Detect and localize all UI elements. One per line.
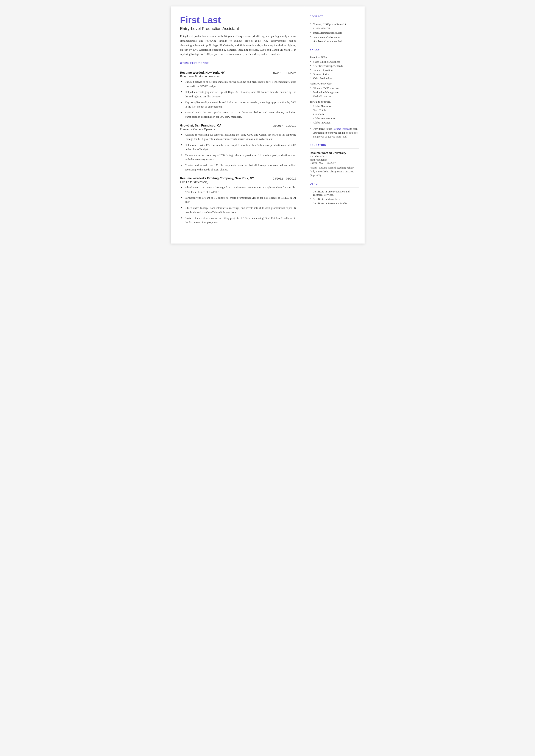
job-header-1: Resume Worded, New York, NY 07/2019 – Pr… <box>180 71 296 74</box>
other-list: Certificate in Live Production and Techn… <box>310 190 359 205</box>
technical-skills-label: Technical SKills: <box>310 56 359 59</box>
bullet-1-1: Ensured activities on set ran smoothly d… <box>180 80 296 88</box>
other-cert-1: Certificate in Live Production and Techn… <box>310 190 359 197</box>
skills-note: Don't forget to use Resume Worded to sca… <box>310 127 359 139</box>
edu-school: Resume Worded University <box>310 151 359 154</box>
skills-divider <box>310 53 359 53</box>
skill-photoshop: Adobe Photoshop <box>310 105 359 108</box>
bullet-2-1: Assisted in operating 12 cameras, includ… <box>180 132 296 141</box>
job-header-3: Resume Worded's Exciting Company, New Yo… <box>180 177 296 180</box>
contact-email: email@resumeworded.com <box>310 31 359 35</box>
other-heading: OTHER <box>310 182 359 185</box>
skill-media-production: Media Production <box>310 95 359 98</box>
work-divider <box>180 68 296 68</box>
resume-container: First Last Entry-Level Production Assist… <box>171 7 365 243</box>
skills-heading: SKILLS <box>310 48 359 51</box>
bullet-1-4: Assisted with the set up/take down of 1.… <box>180 110 296 119</box>
job-role-3: Film Editor (Internship) <box>180 181 296 183</box>
bullet-2-4: Created and edited over 150 film segment… <box>180 163 296 172</box>
skill-final-cut-pro: Final Cut Pro <box>310 109 359 112</box>
other-cert-3: Certificate in Screen and Media. <box>310 202 359 205</box>
tools-list: Adobe Photoshop Final Cut Pro AutoCAD Ad… <box>310 105 359 124</box>
job-company-3: Resume Worded's Exciting Company, New Yo… <box>180 177 254 180</box>
bullet-3-4: Assisted the creative director in editin… <box>180 216 296 225</box>
contact-divider <box>310 20 359 20</box>
edu-dates: Boston, MA — 05/2017 <box>310 161 359 165</box>
edu-awards: Awards: Resume Worded Teaching Fellow (o… <box>310 166 359 177</box>
bullet-3-3: Edited video footage from interviews, me… <box>180 206 296 214</box>
skill-after-effects: After Effects (Experienced) <box>310 65 359 68</box>
contact-section: CONTACT Newark, NJ (Open to Remote) +1-2… <box>310 15 359 43</box>
skill-premiere-pro: Adobe Premiere Pro <box>310 117 359 120</box>
bullet-3-1: Edited over 1.2K hours of footage from 1… <box>180 185 296 194</box>
contact-phone: +1-234-456-789 <box>310 27 359 30</box>
skill-film-tv: Film and TV Production <box>310 87 359 90</box>
other-section: OTHER Certificate in Live Production and… <box>310 182 359 205</box>
industry-skills-list: Film and TV Production Production Manage… <box>310 87 359 98</box>
bullet-2-3: Maintained an accurate log of 200 footag… <box>180 153 296 162</box>
skill-documentaries: Documentaries <box>310 72 359 76</box>
bullet-1-2: Helped cinematographers set up 20 flags,… <box>180 90 296 98</box>
job-bullets-2: Assisted in operating 12 cameras, includ… <box>180 132 296 172</box>
industry-knowledge-label: Industry Knowledge: <box>310 82 359 85</box>
job-company-2: Growthsi, San Francisco, CA <box>180 124 221 127</box>
skills-section: SKILLS Technical SKills: Video Editing (… <box>310 48 359 139</box>
skills-note-pre: Don't forget to use <box>313 127 333 130</box>
contact-list: Newark, NJ (Open to Remote) +1-234-456-7… <box>310 23 359 43</box>
left-column: First Last Entry-Level Production Assist… <box>171 7 304 243</box>
bullet-1-3: Kept supplies readily accessible and loc… <box>180 100 296 109</box>
candidate-title: Entry-Level Production Assistant <box>180 26 296 31</box>
skill-camera-operation: Camera Operation <box>310 69 359 72</box>
bullet-2-2: Collaborated with 17 crew members to com… <box>180 143 296 152</box>
job-role-2: Freelance Camera Operator <box>180 127 296 131</box>
tools-label: Tools and Software: <box>310 100 359 103</box>
contact-github: github.com/resumeworded <box>310 40 359 43</box>
skill-production-mgmt: Production Management <box>310 91 359 94</box>
education-section: EDUCATION Resume Worded University Bache… <box>310 144 359 177</box>
job-header-2: Growthsi, San Francisco, CA 05/2017 – 10… <box>180 124 296 127</box>
edu-degree: Bachelor of Arts <box>310 155 359 158</box>
job-dates-2: 05/2017 – 10/2019 <box>273 124 296 127</box>
edu-field: Film Production <box>310 158 359 161</box>
work-experience-heading: WORK EXPERIENCE <box>180 62 296 65</box>
skill-autocad: AutoCAD <box>310 113 359 116</box>
skill-video-editing: Video Editing (Advanced) <box>310 60 359 64</box>
job-dates-1: 07/2019 – Present <box>273 71 296 74</box>
education-heading: EDUCATION <box>310 144 359 146</box>
contact-linkedin: linkedin.com/in/username <box>310 36 359 39</box>
resume-worded-link[interactable]: Resume Worded <box>332 127 350 130</box>
skill-indesign: Adobe InDesign <box>310 121 359 124</box>
bullet-3-2: Partnered with a team of 15 editors to c… <box>180 196 296 204</box>
candidate-summary: Entry-level production assistant with 10… <box>180 34 296 56</box>
technical-skills-list: Video Editing (Advanced) After Effects (… <box>310 60 359 80</box>
job-block-1: Resume Worded, New York, NY 07/2019 – Pr… <box>180 71 296 119</box>
job-company-1: Resume Worded, New York, NY <box>180 71 225 74</box>
job-block-3: Resume Worded's Exciting Company, New Yo… <box>180 177 296 225</box>
job-block-2: Growthsi, San Francisco, CA 05/2017 – 10… <box>180 124 296 172</box>
job-role-1: Entry-Level Production Assistant <box>180 75 296 78</box>
job-dates-3: 08/2012 – 01/2015 <box>273 177 296 180</box>
skill-video-production: Video Production <box>310 77 359 80</box>
candidate-name: First Last <box>180 15 296 25</box>
other-cert-2: Certificate in Visual Arts. <box>310 198 359 201</box>
job-bullets-1: Ensured activities on set ran smoothly d… <box>180 80 296 119</box>
job-bullets-3: Edited over 1.2K hours of footage from 1… <box>180 185 296 225</box>
right-column: CONTACT Newark, NJ (Open to Remote) +1-2… <box>304 7 365 243</box>
contact-location: Newark, NJ (Open to Remote) <box>310 23 359 26</box>
contact-heading: CONTACT <box>310 15 359 18</box>
